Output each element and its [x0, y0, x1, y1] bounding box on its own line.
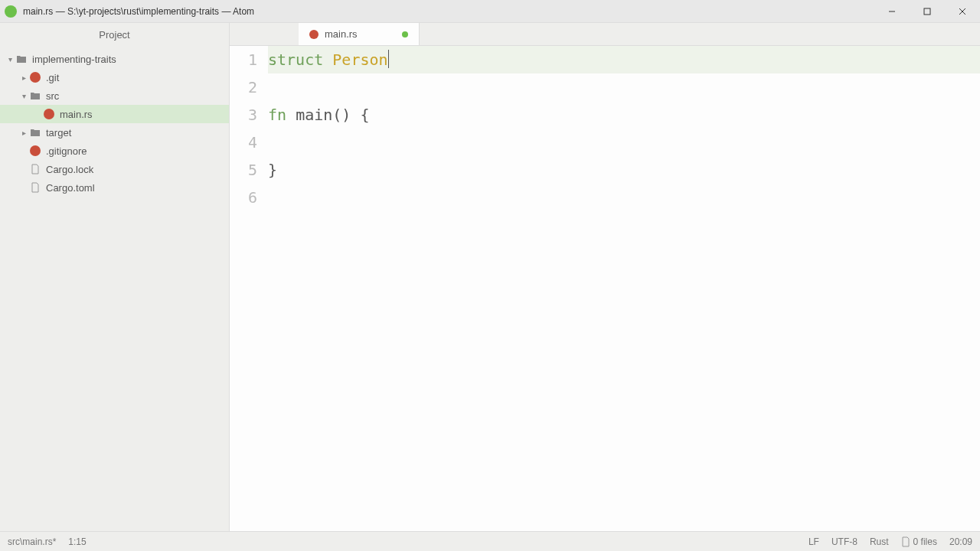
editor-pane: main.rs 1 2 3 4 5 6 struct Person fn mai… — [230, 23, 980, 531]
tab-label: main.rs — [325, 28, 358, 40]
tab-mainrs[interactable]: main.rs — [299, 23, 420, 45]
tree-item-gitignore[interactable]: .gitignore — [0, 142, 229, 160]
tree-item-mainrs[interactable]: main.rs — [0, 105, 229, 123]
rust-icon — [43, 108, 55, 120]
sidebar-header: Project — [0, 23, 229, 47]
chevron-right-icon: ▸ — [18, 129, 29, 137]
tree-item-src[interactable]: ▾ src — [0, 86, 229, 105]
folder-icon — [15, 53, 28, 65]
chevron-down-icon: ▾ — [18, 92, 29, 100]
svg-rect-1 — [924, 8, 930, 15]
status-clock: 20:09 — [949, 536, 972, 547]
chevron-right-icon: ▸ — [18, 73, 29, 82]
tree-item-cargolock[interactable]: Cargo.lock — [0, 160, 229, 178]
status-cursor-position[interactable]: 1:15 — [68, 536, 86, 547]
tree-item-git[interactable]: ▸ .git — [0, 68, 229, 86]
status-bar: src\main.rs* 1:15 LF UTF-8 Rust 0 files … — [0, 531, 980, 551]
chevron-down-icon: ▾ — [5, 55, 15, 64]
tree-label: .git — [46, 72, 59, 83]
maximize-button[interactable] — [910, 0, 945, 22]
code-content[interactable]: struct Person fn main() { } — [268, 46, 980, 531]
folder-icon — [29, 126, 41, 139]
project-sidebar: Project ▾ implementing-traits ▸ .git ▾ s… — [0, 23, 230, 531]
modified-indicator — [402, 31, 408, 37]
file-icon — [901, 536, 910, 547]
atom-app-icon — [5, 5, 17, 18]
rust-icon — [29, 71, 41, 83]
code-editor[interactable]: 1 2 3 4 5 6 struct Person fn main() { } — [230, 46, 980, 531]
line-gutter: 1 2 3 4 5 6 — [230, 46, 268, 531]
rust-icon — [309, 30, 318, 39]
file-tree: ▾ implementing-traits ▸ .git ▾ src — [0, 47, 229, 531]
tree-label: Cargo.toml — [46, 182, 95, 194]
tree-label: main.rs — [60, 109, 93, 120]
rust-icon — [29, 145, 41, 157]
minimize-button[interactable] — [874, 0, 910, 22]
status-file-path[interactable]: src\main.rs* — [8, 536, 56, 547]
status-files[interactable]: 0 files — [901, 536, 937, 547]
folder-icon — [29, 90, 41, 102]
text-cursor — [388, 50, 389, 68]
tree-item-cargotoml[interactable]: Cargo.toml — [0, 178, 229, 197]
status-encoding[interactable]: UTF-8 — [831, 536, 858, 547]
file-icon — [29, 163, 41, 175]
tree-label: .gitignore — [46, 145, 87, 157]
close-button[interactable] — [945, 0, 980, 22]
tab-bar: main.rs — [230, 23, 980, 46]
tree-label: target — [46, 127, 71, 139]
tree-item-target[interactable]: ▸ target — [0, 123, 229, 142]
file-icon — [29, 181, 41, 194]
window-title: main.rs — S:\yt-projects\rust\implementi… — [23, 6, 874, 17]
titlebar: main.rs — S:\yt-projects\rust\implementi… — [0, 0, 980, 23]
window-controls — [874, 0, 980, 22]
tree-label: Cargo.lock — [46, 164, 93, 175]
status-line-ending[interactable]: LF — [808, 536, 819, 547]
tree-root[interactable]: ▾ implementing-traits — [0, 50, 229, 68]
tree-label: src — [46, 90, 59, 102]
status-language[interactable]: Rust — [870, 536, 889, 547]
tree-label: implementing-traits — [32, 54, 116, 65]
